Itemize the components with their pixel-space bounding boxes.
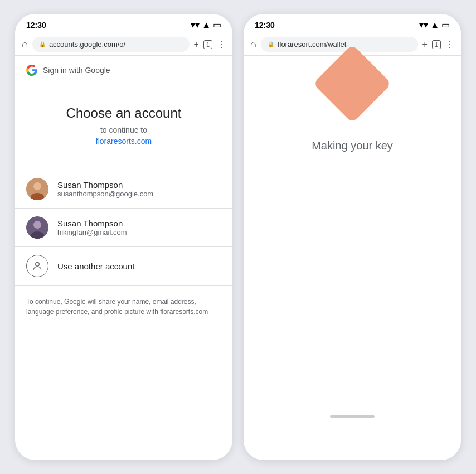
more-icon-right[interactable]: ⋮ (445, 39, 454, 50)
right-phone: 12:30 ▾▾ ▲ ▭ ⌂ 🔒 floraresort.com/wallet-… (244, 14, 461, 460)
account-name-1: Susan Thompson (57, 180, 153, 190)
status-icons-right: ▾▾ ▲ ▭ (419, 20, 450, 30)
avatar-svg-1 (26, 178, 48, 200)
svg-point-5 (33, 221, 41, 229)
browser-bar-left: ⌂ 🔒 accounts.google.com/o/ + 1 ⋮ (15, 33, 232, 56)
another-account-icon (26, 255, 48, 277)
choose-account-title: Choose an account (26, 105, 221, 121)
avatar-svg-2 (26, 216, 48, 239)
account-info-2: Susan Thompson hikingfan@gmail.com (57, 219, 127, 236)
account-item-2[interactable]: Susan Thompson hikingfan@gmail.com (15, 209, 232, 247)
continue-to-text: to continue to (26, 125, 221, 134)
lock-icon-left: 🔒 (39, 41, 46, 47)
more-icon-left[interactable]: ⋮ (217, 39, 226, 50)
account-info-1: Susan Thompson susanthompson@google.com (57, 180, 153, 198)
left-phone: 12:30 ▾▾ ▲ ▭ ⌂ 🔒 accounts.google.com/o/ … (15, 14, 232, 460)
account-email-2: hikingfan@gmail.com (57, 228, 127, 236)
avatar-1 (26, 178, 48, 200)
google-signin-content: Choose an account to continue to florare… (15, 85, 232, 460)
status-time-left: 12:30 (26, 21, 46, 30)
new-tab-icon-left[interactable]: + (194, 40, 199, 50)
wifi-icon-right: ▾▾ (419, 20, 428, 30)
battery-icon-right: ▭ (441, 20, 450, 30)
google-header: Sign in with Google (15, 56, 232, 85)
url-text-right: floraresort.com/wallet- (278, 40, 349, 49)
avatar-2 (26, 216, 48, 239)
accounts-list: Susan Thompson susanthompson@google.com (15, 170, 232, 286)
site-link[interactable]: floraresorts.com (26, 137, 221, 146)
status-bar-right: 12:30 ▾▾ ▲ ▭ (244, 14, 461, 33)
choose-account-section: Choose an account to continue to florare… (15, 85, 232, 157)
tabs-icon-right[interactable]: 1 (432, 40, 441, 49)
account-item-1[interactable]: Susan Thompson susanthompson@google.com (15, 170, 232, 209)
svg-point-2 (33, 182, 41, 190)
account-email-1: susanthompson@google.com (57, 190, 153, 198)
new-tab-icon-right[interactable]: + (422, 40, 428, 50)
making-key-text: Making your key (312, 139, 393, 152)
signal-icon-right: ▲ (430, 20, 439, 30)
svg-point-7 (36, 262, 40, 266)
browser-actions-left: + 1 ⋮ (194, 39, 226, 50)
home-icon-right[interactable]: ⌂ (250, 38, 256, 50)
person-add-icon (32, 260, 43, 272)
sign-in-label: Sign in with Google (43, 66, 110, 75)
status-time-right: 12:30 (255, 21, 275, 30)
home-icon-left[interactable]: ⌂ (22, 38, 28, 50)
battery-icon-left: ▭ (213, 20, 221, 30)
use-another-account-item[interactable]: Use another account (15, 247, 232, 286)
address-bar-right[interactable]: 🔒 floraresort.com/wallet- (261, 37, 418, 52)
bottom-indicator (330, 415, 375, 418)
status-icons-left: ▾▾ ▲ ▭ (191, 20, 221, 30)
making-key-page: Making your key (244, 56, 461, 460)
account-name-2: Susan Thompson (57, 219, 127, 228)
wifi-icon-left: ▾▾ (191, 20, 200, 30)
google-logo (25, 64, 38, 77)
address-bar-left[interactable]: 🔒 accounts.google.com/o/ (32, 37, 190, 52)
tabs-icon-left[interactable]: 1 (203, 40, 212, 49)
lock-icon-right: 🔒 (268, 41, 274, 47)
use-another-account-text: Use another account (57, 262, 134, 271)
privacy-note: To continue, Google will share your name… (15, 286, 232, 328)
diamond-shape (313, 44, 391, 123)
signal-icon-left: ▲ (202, 20, 211, 30)
status-bar-left: 12:30 ▾▾ ▲ ▭ (15, 14, 232, 33)
browser-actions-right: + 1 ⋮ (422, 39, 454, 50)
url-text-left: accounts.google.com/o/ (49, 40, 125, 49)
